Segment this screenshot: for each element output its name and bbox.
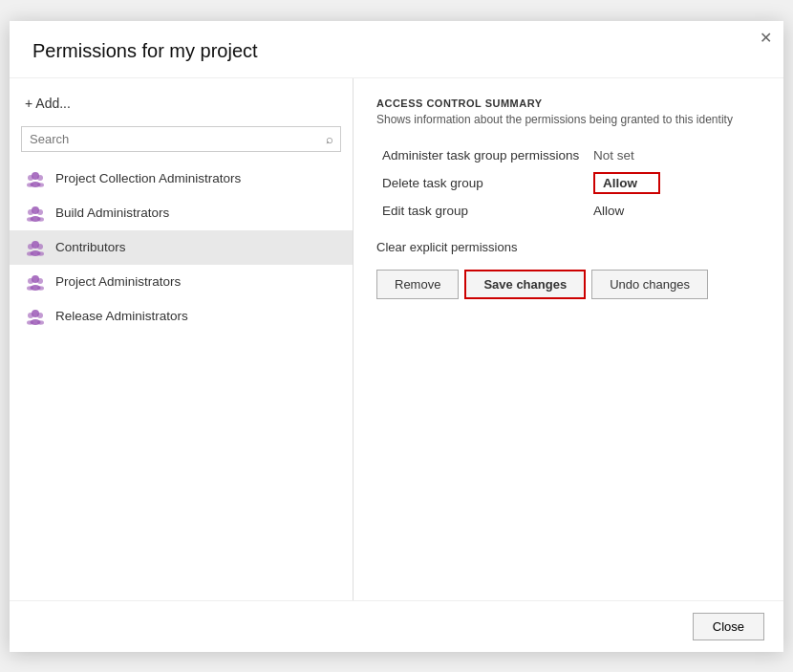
add-button[interactable]: + Add... bbox=[10, 90, 86, 117]
dialog-title: Permissions for my project bbox=[10, 21, 783, 77]
close-button[interactable]: Close bbox=[693, 613, 764, 640]
svg-point-26 bbox=[37, 313, 43, 318]
close-icon-button[interactable]: ✕ bbox=[760, 31, 772, 46]
action-buttons: Remove Save changes Undo changes bbox=[376, 270, 761, 299]
svg-point-25 bbox=[28, 313, 33, 318]
table-row: Delete task group Allow bbox=[376, 167, 761, 199]
search-container: ⌕ bbox=[21, 126, 341, 152]
right-panel: ACCESS CONTROL SUMMARY Shows information… bbox=[354, 78, 783, 600]
permission-value: Not set bbox=[588, 143, 761, 167]
left-panel: + Add... ⌕ Project Collection Administra… bbox=[10, 78, 354, 600]
dialog-body: + Add... ⌕ Project Collection Administra… bbox=[10, 77, 783, 600]
svg-point-4 bbox=[27, 183, 33, 186]
group-item-project-admins[interactable]: Project Administrators bbox=[10, 265, 353, 299]
undo-changes-button[interactable]: Undo changes bbox=[591, 270, 708, 299]
svg-point-10 bbox=[27, 217, 33, 221]
permission-value-notset: Not set bbox=[593, 148, 634, 163]
svg-point-23 bbox=[37, 286, 44, 290]
clear-explicit-label: Clear explicit permissions bbox=[376, 240, 761, 254]
permission-value-allow-box: Allow bbox=[593, 172, 660, 194]
permission-name: Administer task group permissions bbox=[376, 143, 588, 167]
svg-point-14 bbox=[37, 244, 43, 249]
table-row: Edit task group Allow bbox=[376, 199, 761, 223]
section-subtitle: Shows information about the permissions … bbox=[376, 113, 761, 126]
group-label: Project Administrators bbox=[55, 274, 181, 289]
group-label: Project Collection Administrators bbox=[55, 171, 241, 185]
group-list: Project Collection Administrators Build … bbox=[10, 162, 353, 334]
svg-point-22 bbox=[27, 286, 33, 290]
svg-point-16 bbox=[27, 251, 33, 255]
permission-name: Edit task group bbox=[376, 199, 588, 223]
group-label: Release Administrators bbox=[55, 309, 188, 323]
table-row: Administer task group permissions Not se… bbox=[376, 143, 761, 167]
svg-point-8 bbox=[37, 209, 43, 215]
search-icon: ⌕ bbox=[326, 132, 333, 146]
group-icon bbox=[25, 306, 46, 327]
permission-name: Delete task group bbox=[376, 167, 588, 199]
group-item-project-collection-admins[interactable]: Project Collection Administrators bbox=[10, 162, 353, 196]
section-title: ACCESS CONTROL SUMMARY bbox=[376, 98, 761, 109]
group-icon bbox=[25, 203, 46, 224]
save-changes-button[interactable]: Save changes bbox=[464, 270, 586, 299]
dialog-footer: Close bbox=[10, 600, 783, 652]
svg-point-20 bbox=[37, 278, 43, 284]
search-input[interactable] bbox=[21, 126, 341, 152]
remove-button[interactable]: Remove bbox=[376, 270, 459, 299]
group-item-contributors[interactable]: Contributors bbox=[10, 230, 353, 265]
group-icon bbox=[25, 168, 46, 189]
permissions-table: Administer task group permissions Not se… bbox=[376, 143, 761, 223]
permission-value-highlighted: Allow bbox=[588, 167, 761, 199]
group-icon bbox=[25, 271, 46, 293]
svg-point-2 bbox=[37, 175, 43, 181]
group-item-build-admins[interactable]: Build Administrators bbox=[10, 196, 353, 230]
svg-point-1 bbox=[28, 175, 33, 181]
permission-value: Allow bbox=[588, 199, 761, 223]
svg-point-13 bbox=[28, 244, 33, 249]
group-label: Build Administrators bbox=[55, 206, 169, 220]
group-item-release-admins[interactable]: Release Administrators bbox=[10, 299, 353, 334]
svg-point-11 bbox=[37, 217, 44, 221]
svg-point-28 bbox=[27, 320, 33, 324]
svg-point-7 bbox=[28, 209, 33, 215]
svg-point-29 bbox=[37, 320, 44, 324]
group-label: Contributors bbox=[55, 240, 126, 254]
svg-point-5 bbox=[37, 183, 44, 186]
svg-point-17 bbox=[37, 251, 44, 255]
permission-value-allow: Allow bbox=[593, 204, 624, 218]
permissions-dialog: ✕ Permissions for my project + Add... ⌕ bbox=[10, 21, 783, 652]
group-icon bbox=[25, 237, 46, 258]
svg-point-19 bbox=[28, 278, 33, 284]
